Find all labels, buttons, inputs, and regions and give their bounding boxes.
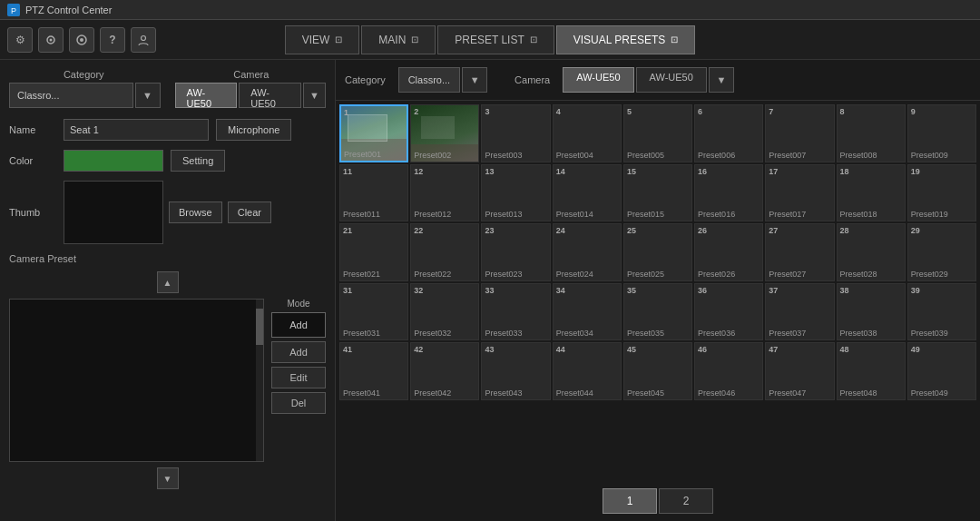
preset-cell-5[interactable]: 5Preset005 (623, 104, 692, 162)
clear-button[interactable]: Clear (228, 202, 271, 223)
tab-main[interactable]: MAIN ⊡ (361, 25, 436, 54)
preset-cell-14[interactable]: 14Preset014 (553, 164, 622, 222)
preset-cell-11[interactable]: 11Preset011 (339, 164, 408, 222)
preset-name-16: Preset016 (698, 210, 735, 219)
preset-cell-2[interactable]: 2Preset002 (410, 104, 479, 162)
preset-cell-1[interactable]: 1Preset001 (339, 104, 408, 162)
preset-cell-29[interactable]: 29Preset029 (907, 223, 976, 281)
camera-icon-btn[interactable] (38, 27, 64, 53)
preset-cell-44[interactable]: 44Preset044 (553, 342, 622, 400)
preset-cell-45[interactable]: 45Preset045 (623, 342, 692, 400)
preset-name-17: Preset017 (769, 210, 806, 219)
name-input[interactable] (64, 119, 209, 141)
preset-cell-8[interactable]: 8Preset008 (837, 104, 906, 162)
preset-scroll-up[interactable]: ▲ (157, 271, 179, 293)
preset-cell-17[interactable]: 17Preset017 (765, 164, 834, 222)
preset-cell-43[interactable]: 43Preset043 (481, 342, 550, 400)
preset-cell-25[interactable]: 25Preset025 (623, 223, 692, 281)
setting-button[interactable]: Setting (171, 150, 225, 172)
preset-cell-33[interactable]: 33Preset033 (481, 283, 550, 341)
preset-scrollbar[interactable] (256, 300, 263, 461)
preset-cell-22[interactable]: 22Preset022 (410, 223, 479, 281)
preset-cell-48[interactable]: 48Preset048 (837, 342, 906, 400)
preset-number-8: 8 (840, 107, 845, 116)
user-icon-btn[interactable] (131, 27, 156, 53)
category-dropdown-value[interactable]: Classro... (9, 83, 133, 108)
preset-cell-38[interactable]: 38Preset038 (837, 283, 906, 341)
preset-name-47: Preset047 (769, 388, 806, 398)
title-bar: P PTZ Control Center (0, 0, 980, 20)
preset-cell-12[interactable]: 12Preset012 (410, 164, 479, 222)
preset-number-11: 11 (343, 167, 352, 176)
tab-visual-presets[interactable]: VISUAL PRESETS ⊡ (556, 25, 696, 54)
page-btn-2[interactable]: 2 (659, 488, 713, 514)
preset-number-1: 1 (344, 108, 348, 117)
preset-cell-23[interactable]: 23Preset023 (481, 223, 550, 281)
preset-cell-37[interactable]: 37Preset037 (765, 283, 834, 341)
preset-cell-24[interactable]: 24Preset024 (553, 223, 622, 281)
preset-cell-42[interactable]: 42Preset042 (410, 342, 479, 400)
preset-cell-7[interactable]: 7Preset007 (765, 104, 834, 162)
preset-number-43: 43 (485, 345, 494, 354)
preset-name-49: Preset049 (911, 388, 948, 398)
preset-cell-27[interactable]: 27Preset027 (765, 223, 834, 281)
right-camera-arrow[interactable]: ▼ (709, 67, 734, 93)
record-icon-btn[interactable] (69, 27, 94, 53)
mode-add-button[interactable]: Add (271, 312, 326, 338)
settings-icon-btn[interactable]: ⚙ (7, 27, 33, 53)
preset-cell-41[interactable]: 41Preset041 (339, 342, 408, 400)
preset-cell-19[interactable]: 19Preset019 (907, 164, 976, 222)
add-button[interactable]: Add (271, 341, 326, 363)
preset-cell-49[interactable]: 49Preset049 (907, 342, 976, 400)
preset-name-1: Preset001 (344, 150, 381, 159)
preset-cell-36[interactable]: 36Preset036 (694, 283, 763, 341)
del-button[interactable]: Del (271, 392, 326, 414)
preset-name-29: Preset029 (911, 270, 948, 279)
preset-number-34: 34 (556, 286, 565, 295)
preset-cell-47[interactable]: 47Preset047 (765, 342, 834, 400)
right-camera-label: Camera (514, 74, 550, 85)
preset-cell-15[interactable]: 15Preset015 (623, 164, 692, 222)
right-category-value[interactable]: Classro... (398, 67, 460, 93)
tab-view[interactable]: VIEW ⊡ (285, 25, 360, 54)
color-picker[interactable] (64, 150, 163, 172)
browse-button[interactable]: Browse (169, 202, 222, 223)
preset-list-area (9, 299, 264, 462)
right-camera-tab-1[interactable]: AW-UE50 (563, 67, 633, 93)
preset-cell-34[interactable]: 34Preset034 (553, 283, 622, 341)
preset-cell-3[interactable]: 3Preset003 (481, 104, 550, 162)
preset-cell-28[interactable]: 28Preset028 (837, 223, 906, 281)
view-tab-label: VIEW (302, 34, 330, 46)
preset-cell-6[interactable]: 6Preset006 (694, 104, 763, 162)
microphone-button[interactable]: Microphone (216, 119, 291, 141)
preset-cell-16[interactable]: 16Preset016 (694, 164, 763, 222)
preset-cell-46[interactable]: 46Preset046 (694, 342, 763, 400)
preset-cell-9[interactable]: 9Preset009 (907, 104, 976, 162)
tab-preset-list[interactable]: PRESET LIST ⊡ (437, 25, 554, 54)
help-icon-btn[interactable]: ? (100, 27, 125, 53)
preset-cell-32[interactable]: 32Preset032 (410, 283, 479, 341)
camera-dropdown-arrow-left[interactable]: ▼ (303, 83, 326, 108)
right-camera-tab-2[interactable]: AW-UE50 (636, 67, 707, 93)
camera-tab-2-left[interactable]: AW-UE50 (239, 83, 301, 108)
preset-cell-39[interactable]: 39Preset039 (907, 283, 976, 341)
right-category-arrow[interactable]: ▼ (462, 67, 487, 93)
preset-cell-26[interactable]: 26Preset026 (694, 223, 763, 281)
preset-scroll-down[interactable]: ▼ (157, 467, 179, 489)
camera-tab-1-left[interactable]: AW-UE50 (175, 83, 238, 108)
preset-cell-18[interactable]: 18Preset018 (837, 164, 906, 222)
preset-cell-21[interactable]: 21Preset021 (339, 223, 408, 281)
preset-name-13: Preset013 (485, 210, 522, 219)
preset-cell-13[interactable]: 13Preset013 (481, 164, 550, 222)
preset-name-43: Preset043 (485, 388, 522, 398)
preset-cell-35[interactable]: 35Preset035 (623, 283, 692, 341)
edit-button[interactable]: Edit (271, 367, 326, 388)
color-label: Color (9, 155, 64, 166)
app-icon: P (7, 4, 20, 16)
category-dropdown-arrow[interactable]: ▼ (135, 83, 161, 108)
page-btn-1[interactable]: 1 (603, 488, 657, 514)
preset-name-15: Preset015 (627, 210, 664, 219)
preset-side-controls: Mode Add Add Edit Del (271, 299, 326, 462)
preset-cell-31[interactable]: 31Preset031 (339, 283, 408, 341)
preset-cell-4[interactable]: 4Preset004 (553, 104, 622, 162)
